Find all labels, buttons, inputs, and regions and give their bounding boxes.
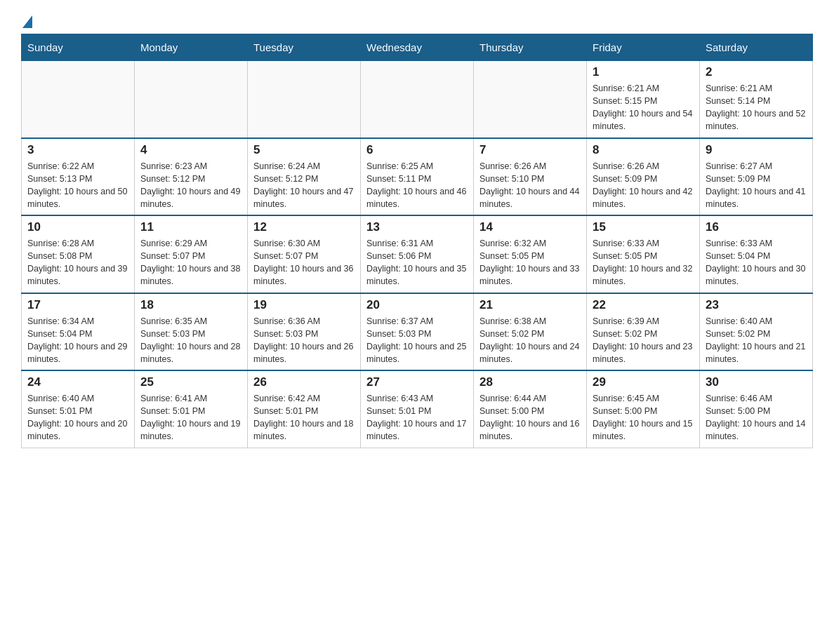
calendar-cell: 23Sunrise: 6:40 AMSunset: 5:02 PMDayligh… [700, 293, 813, 371]
day-number: 19 [253, 298, 355, 312]
day-info: Sunrise: 6:32 AMSunset: 5:05 PMDaylight:… [479, 237, 581, 288]
day-info: Sunrise: 6:45 AMSunset: 5:00 PMDaylight:… [593, 392, 694, 443]
day-info: Sunrise: 6:27 AMSunset: 5:09 PMDaylight:… [706, 160, 807, 211]
weekday-header-saturday: Saturday [700, 34, 813, 61]
day-info: Sunrise: 6:41 AMSunset: 5:01 PMDaylight:… [140, 392, 241, 443]
day-number: 30 [706, 375, 807, 389]
day-info: Sunrise: 6:34 AMSunset: 5:04 PMDaylight:… [27, 315, 128, 366]
day-info: Sunrise: 6:26 AMSunset: 5:09 PMDaylight:… [593, 160, 694, 211]
day-info: Sunrise: 6:42 AMSunset: 5:01 PMDaylight:… [253, 392, 355, 443]
day-number: 1 [593, 65, 694, 79]
calendar-cell: 26Sunrise: 6:42 AMSunset: 5:01 PMDayligh… [248, 370, 361, 448]
calendar-cell: 4Sunrise: 6:23 AMSunset: 5:12 PMDaylight… [135, 138, 248, 216]
day-info: Sunrise: 6:40 AMSunset: 5:02 PMDaylight:… [706, 315, 807, 366]
day-number: 8 [593, 143, 694, 157]
calendar-cell: 3Sunrise: 6:22 AMSunset: 5:13 PMDaylight… [22, 138, 135, 216]
calendar-cell: 6Sunrise: 6:25 AMSunset: 5:11 PMDaylight… [361, 138, 474, 216]
day-number: 29 [593, 375, 694, 389]
calendar-week-1: 1Sunrise: 6:21 AMSunset: 5:15 PMDaylight… [22, 61, 813, 138]
day-number: 9 [706, 143, 807, 157]
weekday-header-tuesday: Tuesday [248, 34, 361, 61]
calendar-cell: 19Sunrise: 6:36 AMSunset: 5:03 PMDayligh… [248, 293, 361, 371]
calendar-week-5: 24Sunrise: 6:40 AMSunset: 5:01 PMDayligh… [22, 370, 813, 448]
day-number: 21 [479, 298, 581, 312]
day-number: 11 [140, 220, 241, 234]
day-info: Sunrise: 6:44 AMSunset: 5:00 PMDaylight:… [479, 392, 581, 443]
weekday-header-friday: Friday [587, 34, 700, 61]
calendar-cell: 24Sunrise: 6:40 AMSunset: 5:01 PMDayligh… [22, 370, 135, 448]
weekday-header-row: SundayMondayTuesdayWednesdayThursdayFrid… [22, 34, 813, 61]
calendar-cell [135, 61, 248, 138]
logo-triangle-icon [22, 15, 32, 28]
day-number: 17 [27, 298, 128, 312]
calendar-cell: 20Sunrise: 6:37 AMSunset: 5:03 PMDayligh… [361, 293, 474, 371]
calendar-week-3: 10Sunrise: 6:28 AMSunset: 5:08 PMDayligh… [22, 215, 813, 293]
calendar-cell: 11Sunrise: 6:29 AMSunset: 5:07 PMDayligh… [135, 215, 248, 293]
day-number: 5 [253, 143, 355, 157]
day-info: Sunrise: 6:31 AMSunset: 5:06 PMDaylight:… [366, 237, 468, 288]
day-number: 13 [366, 220, 468, 234]
day-number: 4 [140, 143, 241, 157]
day-info: Sunrise: 6:28 AMSunset: 5:08 PMDaylight:… [27, 237, 128, 288]
day-number: 3 [27, 143, 128, 157]
day-info: Sunrise: 6:43 AMSunset: 5:01 PMDaylight:… [366, 392, 468, 443]
day-number: 27 [366, 375, 468, 389]
day-info: Sunrise: 6:30 AMSunset: 5:07 PMDaylight:… [253, 237, 355, 288]
calendar-cell: 7Sunrise: 6:26 AMSunset: 5:10 PMDaylight… [474, 138, 587, 216]
calendar-cell: 10Sunrise: 6:28 AMSunset: 5:08 PMDayligh… [22, 215, 135, 293]
day-info: Sunrise: 6:36 AMSunset: 5:03 PMDaylight:… [253, 315, 355, 366]
day-info: Sunrise: 6:33 AMSunset: 5:04 PMDaylight:… [706, 237, 807, 288]
day-info: Sunrise: 6:22 AMSunset: 5:13 PMDaylight:… [27, 160, 128, 211]
day-number: 15 [593, 220, 694, 234]
day-number: 6 [366, 143, 468, 157]
day-number: 24 [27, 375, 128, 389]
calendar-cell: 15Sunrise: 6:33 AMSunset: 5:05 PMDayligh… [587, 215, 700, 293]
calendar-cell: 28Sunrise: 6:44 AMSunset: 5:00 PMDayligh… [474, 370, 587, 448]
calendar-cell: 12Sunrise: 6:30 AMSunset: 5:07 PMDayligh… [248, 215, 361, 293]
weekday-header-thursday: Thursday [474, 34, 587, 61]
weekday-header-sunday: Sunday [22, 34, 135, 61]
calendar-cell: 22Sunrise: 6:39 AMSunset: 5:02 PMDayligh… [587, 293, 700, 371]
calendar-cell: 27Sunrise: 6:43 AMSunset: 5:01 PMDayligh… [361, 370, 474, 448]
calendar-cell: 8Sunrise: 6:26 AMSunset: 5:09 PMDaylight… [587, 138, 700, 216]
day-info: Sunrise: 6:40 AMSunset: 5:01 PMDaylight:… [27, 392, 128, 443]
logo [21, 14, 32, 27]
day-info: Sunrise: 6:23 AMSunset: 5:12 PMDaylight:… [140, 160, 241, 211]
weekday-header-monday: Monday [135, 34, 248, 61]
day-number: 10 [27, 220, 128, 234]
day-info: Sunrise: 6:37 AMSunset: 5:03 PMDaylight:… [366, 315, 468, 366]
day-number: 16 [706, 220, 807, 234]
day-info: Sunrise: 6:39 AMSunset: 5:02 PMDaylight:… [593, 315, 694, 366]
day-info: Sunrise: 6:46 AMSunset: 5:00 PMDaylight:… [706, 392, 807, 443]
calendar-cell: 14Sunrise: 6:32 AMSunset: 5:05 PMDayligh… [474, 215, 587, 293]
day-info: Sunrise: 6:21 AMSunset: 5:14 PMDaylight:… [706, 82, 807, 133]
calendar-cell: 9Sunrise: 6:27 AMSunset: 5:09 PMDaylight… [700, 138, 813, 216]
calendar-cell: 30Sunrise: 6:46 AMSunset: 5:00 PMDayligh… [700, 370, 813, 448]
calendar-cell: 17Sunrise: 6:34 AMSunset: 5:04 PMDayligh… [22, 293, 135, 371]
calendar-cell: 25Sunrise: 6:41 AMSunset: 5:01 PMDayligh… [135, 370, 248, 448]
calendar-week-4: 17Sunrise: 6:34 AMSunset: 5:04 PMDayligh… [22, 293, 813, 371]
calendar-cell: 21Sunrise: 6:38 AMSunset: 5:02 PMDayligh… [474, 293, 587, 371]
day-info: Sunrise: 6:25 AMSunset: 5:11 PMDaylight:… [366, 160, 468, 211]
day-info: Sunrise: 6:38 AMSunset: 5:02 PMDaylight:… [479, 315, 581, 366]
calendar-cell [474, 61, 587, 138]
day-number: 28 [479, 375, 581, 389]
calendar-cell: 18Sunrise: 6:35 AMSunset: 5:03 PMDayligh… [135, 293, 248, 371]
calendar-cell: 5Sunrise: 6:24 AMSunset: 5:12 PMDaylight… [248, 138, 361, 216]
day-info: Sunrise: 6:24 AMSunset: 5:12 PMDaylight:… [253, 160, 355, 211]
page-header [21, 14, 813, 27]
day-info: Sunrise: 6:35 AMSunset: 5:03 PMDaylight:… [140, 315, 241, 366]
calendar-cell: 2Sunrise: 6:21 AMSunset: 5:14 PMDaylight… [700, 61, 813, 138]
day-number: 26 [253, 375, 355, 389]
calendar-week-2: 3Sunrise: 6:22 AMSunset: 5:13 PMDaylight… [22, 138, 813, 216]
calendar-table: SundayMondayTuesdayWednesdayThursdayFrid… [21, 34, 813, 448]
weekday-header-wednesday: Wednesday [361, 34, 474, 61]
day-info: Sunrise: 6:21 AMSunset: 5:15 PMDaylight:… [593, 82, 694, 133]
day-number: 22 [593, 298, 694, 312]
calendar-cell [22, 61, 135, 138]
calendar-cell: 1Sunrise: 6:21 AMSunset: 5:15 PMDaylight… [587, 61, 700, 138]
day-info: Sunrise: 6:26 AMSunset: 5:10 PMDaylight:… [479, 160, 581, 211]
day-info: Sunrise: 6:29 AMSunset: 5:07 PMDaylight:… [140, 237, 241, 288]
day-number: 23 [706, 298, 807, 312]
calendar-cell: 16Sunrise: 6:33 AMSunset: 5:04 PMDayligh… [700, 215, 813, 293]
